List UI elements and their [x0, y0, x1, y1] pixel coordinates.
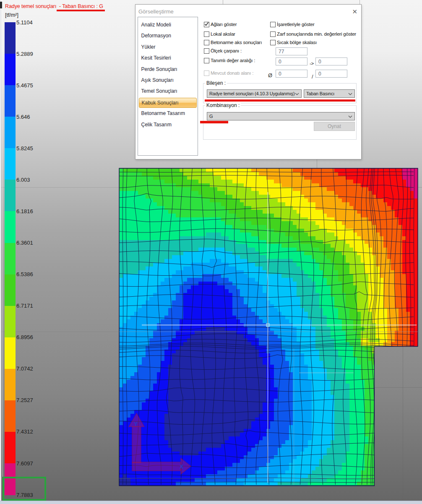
- svg-text:Y: Y: [134, 420, 138, 427]
- svg-text:X: X: [180, 463, 184, 470]
